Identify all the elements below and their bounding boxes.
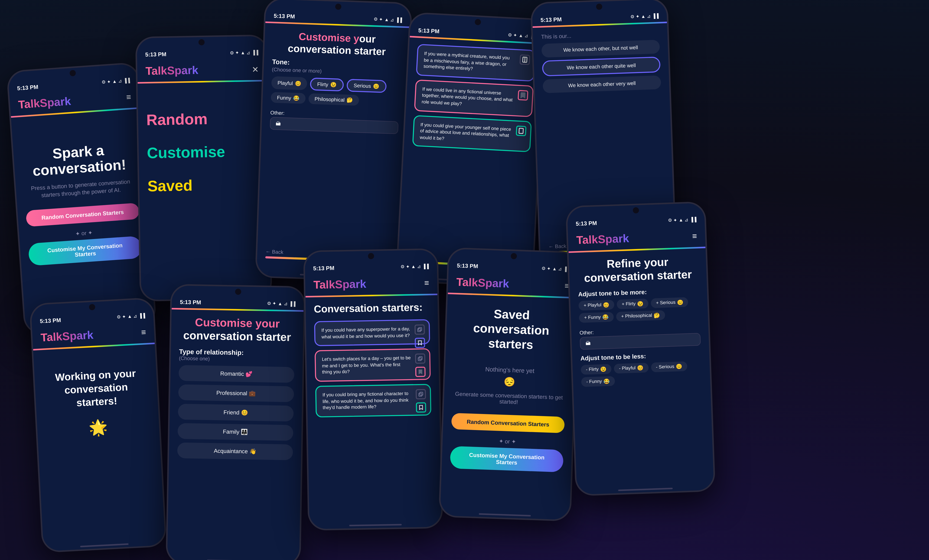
relationship-option-acquaintance[interactable]: Acquaintance 👋 bbox=[177, 442, 293, 460]
copy-icon-2[interactable] bbox=[415, 353, 425, 364]
camera-notch bbox=[199, 39, 205, 46]
bookmark-icon-2[interactable] bbox=[518, 90, 528, 101]
svg-rect-8 bbox=[420, 392, 423, 395]
conv-starters-content: Conversation starters: If you could have… bbox=[305, 295, 442, 523]
tone-chip-funny[interactable]: Funny 😂 bbox=[271, 92, 305, 104]
tone-chip-playful[interactable]: Playful 😊 bbox=[271, 76, 307, 90]
hamburger-icon[interactable]: ≡ bbox=[424, 278, 429, 288]
bookmark-icon-3[interactable] bbox=[516, 125, 526, 136]
funny-label: Funny bbox=[277, 95, 291, 101]
flirty-emoji: 😉 bbox=[330, 82, 336, 88]
saved-customise-button[interactable]: Customise My Conversation Starters bbox=[450, 446, 564, 473]
status-bar: 5:13 PM ⚙ ✦ ▲ ⊿ ▐▐ bbox=[137, 46, 267, 61]
philosophical-label: Philosophical bbox=[314, 96, 345, 103]
camera-notch bbox=[510, 253, 517, 259]
status-icons: ⚙ ✦ ▲ ⊿ ▐▐ bbox=[400, 264, 429, 269]
bookmark-icon-c2[interactable] bbox=[415, 367, 426, 377]
more-flirty[interactable]: + Flirty 😉 bbox=[616, 298, 648, 309]
less-playful[interactable]: - Playful 😊 bbox=[614, 363, 648, 373]
how-well-option-3[interactable]: We know each other very well bbox=[543, 75, 661, 93]
loading-icon: 🌟 bbox=[45, 416, 151, 439]
tone-chip-flirty[interactable]: Flirty 😉 bbox=[310, 78, 344, 92]
flirty-label: Flirty bbox=[317, 81, 328, 87]
conv-card-1: If you could have any superpower for a d… bbox=[314, 319, 430, 346]
copy-icon-3[interactable] bbox=[415, 389, 426, 399]
hamburger-icon[interactable]: ≡ bbox=[141, 328, 146, 337]
app-title: TalkSpark bbox=[576, 232, 629, 247]
bookmark-icon-1[interactable] bbox=[520, 54, 530, 65]
more-philosophical[interactable]: + Philosophical 🤔 bbox=[616, 310, 665, 321]
phone-relationship: 5:13 PM ⚙ ✦ ▲ ⊿ ▐▐ Customise your conver… bbox=[166, 284, 305, 560]
phone-customise-tone: 5:13 PM ⚙ ✦ ▲ ⊿ ▐▐ Customise your conver… bbox=[255, 0, 412, 282]
relationship-option-friend[interactable]: Friend 😊 bbox=[178, 404, 294, 421]
app-title: TalkSpark bbox=[146, 64, 198, 78]
home-content: Spark a conversation! Press a button to … bbox=[11, 109, 155, 328]
svg-rect-7 bbox=[419, 393, 422, 396]
menu-item-saved[interactable]: Saved bbox=[147, 171, 261, 199]
menu-item-customise[interactable]: Customise bbox=[147, 139, 260, 166]
serious-emoji: 😐 bbox=[373, 83, 379, 89]
bookmark-icon-c1[interactable] bbox=[415, 338, 425, 348]
status-time: 5:13 PM bbox=[274, 12, 295, 19]
more-funny[interactable]: + Funny 😂 bbox=[579, 312, 614, 323]
app-header: TalkSpark ✕ bbox=[137, 58, 267, 82]
hamburger-icon[interactable]: ≡ bbox=[126, 93, 132, 102]
conv-starters-title: Conversation starters: bbox=[314, 301, 429, 315]
refine-title: Refine your conversation starter bbox=[577, 255, 699, 286]
how-well-option-2[interactable]: We know each other quite well bbox=[542, 57, 661, 77]
svg-rect-5 bbox=[418, 358, 421, 361]
status-time: 5:13 PM bbox=[145, 51, 167, 58]
hamburger-icon[interactable]: ≡ bbox=[692, 232, 697, 241]
how-well-option-1[interactable]: We know each other, but not well bbox=[541, 40, 660, 58]
status-icons: ⚙ ✦ ▲ ⊿ ▐▐ bbox=[267, 301, 295, 307]
close-icon[interactable]: ✕ bbox=[252, 64, 259, 74]
relationship-option-family[interactable]: Family 👨‍👩‍👧 bbox=[178, 423, 293, 441]
customise-tone-title: Customise your conversation starter bbox=[272, 29, 402, 58]
more-playful[interactable]: + Playful 😊 bbox=[578, 300, 614, 311]
app-title: TalkSpark bbox=[456, 275, 509, 291]
other-input[interactable] bbox=[270, 117, 399, 134]
relationship-option-romantic[interactable]: Romantic 💕 bbox=[179, 365, 294, 383]
saved-random-button[interactable]: Random Conversation Starters bbox=[451, 413, 565, 433]
serious-label: Serious bbox=[354, 83, 371, 89]
back-button[interactable]: ← Back bbox=[549, 243, 567, 249]
camera-notch bbox=[69, 70, 76, 77]
tone-chip-serious[interactable]: Serious 😐 bbox=[346, 79, 386, 93]
phone-questions: 5:13 PM ⚙ ✦ ▲ ⊿ ▐▐ If you were a mythica… bbox=[396, 12, 547, 288]
tone-chip-philosophical[interactable]: Philosophical 🤔 bbox=[308, 93, 359, 106]
relationship-option-professional[interactable]: Professional 💼 bbox=[178, 384, 294, 402]
conv-card-3: If you could bring any fictional charact… bbox=[315, 384, 431, 417]
saved-empty-text: Nothing's here yet bbox=[453, 365, 567, 376]
copy-icon-1[interactable] bbox=[414, 324, 425, 335]
conv-card-2: Let's switch places for a day – you get … bbox=[314, 348, 431, 382]
bookmark-icon-c3[interactable] bbox=[416, 402, 426, 413]
customise-starters-button[interactable]: Customise My Conversation Starters bbox=[28, 236, 143, 266]
less-flirty[interactable]: - Flirty 😉 bbox=[581, 364, 612, 375]
question-text-3: If you could give your younger self one … bbox=[420, 121, 524, 146]
status-time: 5:13 PM bbox=[180, 299, 201, 305]
phone-saved: 5:13 PM ⚙ ✦ ▲ ⊿ ▐▐ TalkSpark ≡ Saved con… bbox=[438, 247, 580, 522]
more-chips: + Playful 😊 + Flirty 😉 + Serious 😐 + Fun… bbox=[578, 297, 700, 323]
less-funny[interactable]: - Funny 😂 bbox=[581, 376, 615, 387]
camera-notch bbox=[335, 3, 341, 10]
status-icons: ⚙ ✦ ▲ ⊿ ▐▐ bbox=[630, 13, 659, 19]
svg-rect-2 bbox=[519, 128, 523, 133]
phone-working: 5:13 PM ⚙ ✦ ▲ ⊿ ▐▐ TalkSpark ≡ Working o… bbox=[29, 297, 167, 553]
status-icons: ⚙ ✦ ▲ ⊿ ▐▐ bbox=[374, 17, 402, 23]
more-serious[interactable]: + Serious 😐 bbox=[651, 297, 688, 308]
random-starters-button[interactable]: Random Conversation Starters bbox=[26, 203, 140, 227]
question-card-3: If you could give your younger self one … bbox=[412, 115, 532, 153]
or-divider: ✦ or ✦ bbox=[451, 436, 564, 447]
app-title: TalkSpark bbox=[40, 328, 94, 344]
menu-item-random[interactable]: Random bbox=[146, 106, 260, 133]
status-time: 5:13 PM bbox=[313, 265, 334, 271]
saved-content: Saved conversation starters Nothing's he… bbox=[440, 294, 577, 514]
playful-emoji: 😊 bbox=[295, 81, 301, 86]
camera-notch bbox=[596, 3, 602, 10]
status-icons: ⚙ ✦ ▲ ⊿ ▐▐ bbox=[230, 50, 258, 55]
less-serious[interactable]: - Serious 😐 bbox=[651, 361, 687, 372]
back-button[interactable]: ← Back bbox=[265, 249, 284, 255]
bottom-bar bbox=[80, 543, 129, 548]
question-card-2: If we could live in any fictional univer… bbox=[414, 80, 533, 117]
conv-text-3: If you could bring any fictional charact… bbox=[322, 390, 424, 411]
